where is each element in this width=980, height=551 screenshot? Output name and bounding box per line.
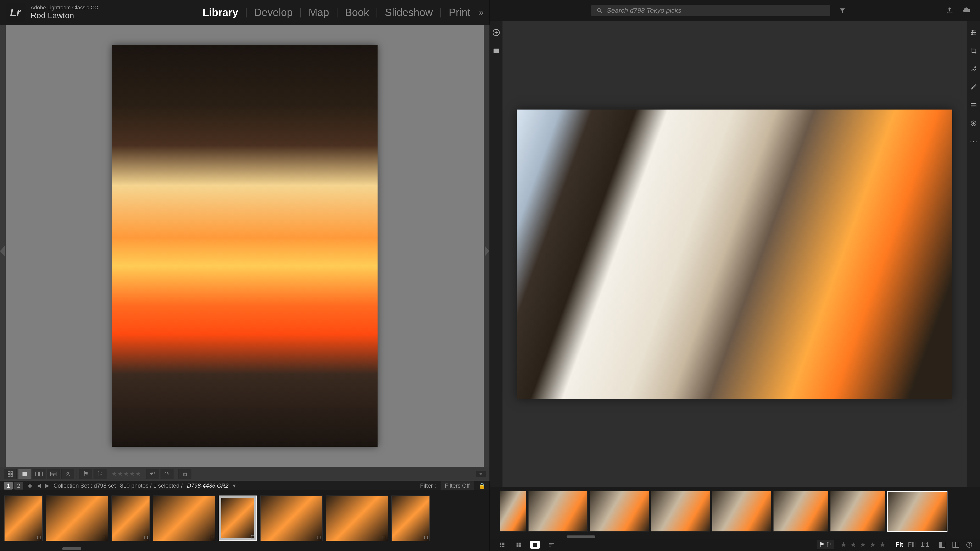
flag-reject-icon[interactable]: ⚐ — [826, 541, 831, 548]
secondary-window-1[interactable]: 1 — [4, 482, 13, 489]
toolbar-menu-icon[interactable] — [476, 471, 486, 477]
secondary-window-2[interactable]: 2 — [14, 482, 23, 489]
loupe-view-icon[interactable] — [18, 469, 31, 479]
compare-icon[interactable] — [952, 541, 959, 548]
secondary-display-toggle[interactable]: 12 — [4, 482, 23, 489]
rating-stars[interactable]: ★★★★★ — [111, 470, 142, 478]
grid-view-icon[interactable] — [4, 469, 17, 479]
filmstrip-thumb[interactable] — [773, 491, 828, 532]
more-icon[interactable]: ⋯ — [969, 137, 978, 146]
zoom-1-1[interactable]: 1:1 — [918, 541, 932, 548]
filmstrip-thumb[interactable] — [326, 495, 388, 541]
flag-pick-icon[interactable]: ⚑ — [79, 469, 92, 479]
next-photo-icon[interactable]: ▶ — [45, 483, 49, 489]
rating-stars[interactable]: ★ ★ ★ ★ ★ — [840, 541, 886, 549]
svg-rect-30 — [503, 542, 504, 544]
filmstrip-thumb[interactable] — [391, 495, 430, 541]
detail-view-icon[interactable] — [530, 541, 540, 549]
filmstrip-thumb[interactable] — [500, 491, 527, 532]
add-photos-icon[interactable] — [492, 28, 501, 37]
my-photos-icon[interactable] — [492, 46, 501, 56]
svg-rect-37 — [517, 542, 519, 544]
filmstrip-thumb[interactable] — [219, 495, 257, 541]
module-slideshow[interactable]: Slideshow — [378, 6, 440, 18]
filter-lock-icon[interactable]: 🔒 — [479, 483, 486, 489]
filmstrip-thumb[interactable] — [4, 495, 43, 541]
svg-rect-0 — [8, 472, 10, 473]
flag-group[interactable]: ⚑ ⚐ — [816, 540, 834, 549]
filmstrip-thumb[interactable] — [887, 491, 947, 532]
rotate-cw-icon[interactable]: ↷ — [161, 469, 173, 479]
cc-detail-view[interactable] — [503, 21, 967, 487]
module-book[interactable]: Book — [338, 6, 375, 18]
filmstrip-thumb[interactable] — [46, 495, 108, 541]
flag-pick-icon[interactable]: ⚑ — [819, 541, 824, 548]
zoom-selector[interactable]: FitFill1:1 — [893, 541, 932, 548]
crop-icon[interactable] — [969, 46, 978, 56]
filmstrip-thumb[interactable] — [260, 495, 323, 541]
view-thumbs-icon[interactable]: ▦ — [27, 483, 33, 489]
cc-main-photo[interactable] — [517, 110, 952, 399]
filmstrip-thumb[interactable] — [590, 491, 649, 532]
compare-view-icon[interactable] — [33, 469, 45, 479]
lc-user-name: Rod Lawton — [30, 11, 98, 20]
grid-small-icon[interactable] — [498, 541, 507, 549]
flag-reject-icon[interactable]: ⚐ — [94, 469, 107, 479]
filter-dropdown[interactable]: Filters Off — [440, 481, 474, 490]
filter-icon[interactable] — [839, 7, 846, 14]
filmstrip-thumb[interactable] — [153, 495, 215, 541]
lc-header: Lr Adobe Lightroom Classic CC Rod Lawton… — [0, 0, 490, 25]
rotate-ccw-icon[interactable]: ↶ — [146, 469, 159, 479]
lc-main-photo[interactable] — [112, 45, 377, 447]
right-panel-handle-icon[interactable] — [485, 246, 490, 256]
lc-filmstrip-scrollbar[interactable] — [0, 546, 490, 551]
edit-sliders-icon[interactable] — [969, 28, 978, 37]
prev-photo-icon[interactable]: ◀ — [37, 483, 41, 489]
thumb-image — [46, 496, 108, 541]
more-modules-icon[interactable]: » — [477, 7, 484, 17]
left-panel-handle-icon[interactable] — [0, 246, 5, 256]
radial-gradient-icon[interactable] — [969, 119, 978, 128]
cloud-sync-icon[interactable] — [962, 7, 970, 14]
search-input[interactable]: Search d798 Tokyo picks — [591, 5, 830, 16]
svg-rect-16 — [493, 49, 499, 53]
lc-loupe-view[interactable] — [0, 25, 490, 467]
linear-gradient-icon[interactable] — [969, 100, 978, 110]
filter-label: Filter : — [420, 483, 436, 489]
filmstrip-thumb[interactable] — [712, 491, 772, 532]
thumb-image — [326, 496, 388, 541]
healing-brush-icon[interactable] — [969, 64, 978, 74]
svg-rect-29 — [502, 542, 503, 544]
module-separator: | — [245, 7, 247, 18]
svg-rect-48 — [956, 542, 959, 548]
grid-large-icon[interactable] — [514, 541, 523, 549]
lightroom-logo-icon: Lr — [6, 3, 25, 22]
collection-path[interactable]: Collection Set : d798 set — [54, 483, 116, 489]
module-develop[interactable]: Develop — [247, 6, 299, 18]
sort-icon[interactable] — [546, 541, 556, 549]
zoom-fill[interactable]: Fill — [905, 541, 918, 548]
show-original-icon[interactable] — [939, 541, 945, 548]
people-view-icon[interactable] — [61, 469, 74, 479]
zoom-fit[interactable]: Fit — [893, 541, 905, 548]
thumb-image — [830, 491, 885, 531]
share-icon[interactable] — [946, 7, 953, 14]
brush-icon[interactable] — [969, 82, 978, 92]
current-filename[interactable]: D798-4436.CR2 — [187, 483, 228, 489]
svg-rect-35 — [502, 546, 503, 547]
cc-edit-toolbar: ⋯ — [967, 21, 980, 487]
module-library[interactable]: Library — [196, 6, 245, 18]
lc-filmstrip[interactable] — [0, 490, 490, 546]
info-icon[interactable] — [966, 541, 972, 548]
cc-left-toolbar — [490, 21, 503, 487]
survey-view-icon[interactable] — [47, 469, 60, 479]
cc-filmstrip[interactable] — [490, 487, 980, 535]
filmstrip-thumb[interactable] — [651, 491, 710, 532]
filmstrip-thumb[interactable] — [528, 491, 588, 532]
filmstrip-thumb[interactable] — [111, 495, 150, 541]
module-map[interactable]: Map — [302, 6, 336, 18]
module-print[interactable]: Print — [442, 6, 477, 18]
cc-filmstrip-scrollbar[interactable] — [490, 535, 980, 538]
filmstrip-thumb[interactable] — [830, 491, 885, 532]
face-region-icon[interactable]: ⧈ — [178, 469, 191, 479]
